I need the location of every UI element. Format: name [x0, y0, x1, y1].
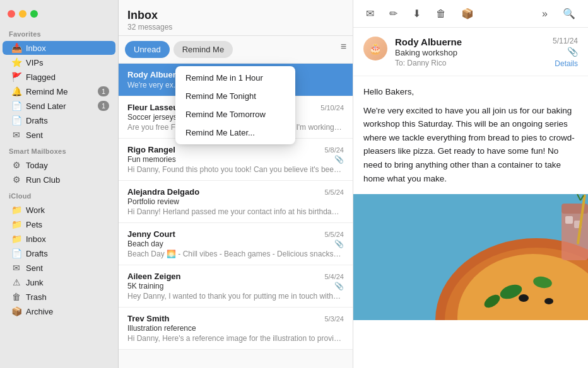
remind-me-filter-button[interactable]: Remind Me	[173, 41, 233, 58]
sidebar-item-archive-label: Archive	[26, 307, 53, 316]
attachment-icon: 📎	[334, 155, 344, 164]
search-toolbar-icon[interactable]: 🔍	[560, 6, 578, 21]
attachment-indicator: 📎	[553, 47, 578, 57]
sidebar-item-icloud-sent-label: Sent	[26, 263, 43, 273]
sidebar-item-work-label: Work	[26, 205, 45, 215]
message-item-trev[interactable]: Trev Smith 5/3/24 Illustration reference…	[119, 308, 353, 350]
minimize-button[interactable]	[19, 10, 26, 18]
message-subject: Fun memories 📎	[127, 155, 344, 164]
pets-icon: 📁	[11, 219, 21, 229]
favorites-label: Favorites	[0, 25, 118, 40]
message-sender: Rigo Rangel	[127, 145, 175, 154]
body-text: We're very excited to have you all join …	[363, 104, 578, 186]
traffic-lights	[0, 5, 118, 25]
avatar-emoji: 🎂	[369, 43, 382, 55]
sidebar-item-pets-label: Pets	[26, 220, 42, 229]
message-date: 5/5/24	[324, 231, 344, 238]
sidebar-item-send-later-label: Send Later	[26, 101, 66, 111]
flagged-icon: 🚩	[11, 72, 21, 82]
sidebar-item-send-later[interactable]: 📄 Send Later 1	[3, 99, 115, 113]
message-preview: Beach Day 🌅 - Chill vibes - Beach games …	[127, 250, 342, 258]
message-item-aileen[interactable]: Aileen Zeigen 5/4/24 5K training 📎 Hey D…	[119, 265, 353, 308]
sidebar-item-icloud-inbox[interactable]: 📁 Inbox	[3, 232, 115, 246]
attachment-icon: 📎	[334, 239, 344, 248]
sidebar-item-drafts[interactable]: 📄 Drafts	[3, 113, 115, 127]
archive-icon: 📦	[11, 306, 21, 316]
sidebar-item-work[interactable]: 📁 Work	[3, 203, 115, 217]
svg-rect-11	[565, 216, 573, 224]
detail-email-meta: Rody Albuerne Baking workshop To: Danny …	[395, 37, 545, 67]
sidebar-item-flagged[interactable]: 🚩 Flagged	[3, 70, 115, 84]
icloud-inbox-icon: 📁	[11, 234, 21, 244]
remind-me-badge: 1	[98, 86, 109, 96]
work-icon: 📁	[11, 205, 21, 215]
remind-me-icon: 🔔	[11, 86, 21, 96]
sidebar-item-inbox[interactable]: 📥 Inbox	[3, 41, 115, 55]
sidebar-item-run-club-label: Run Club	[26, 175, 60, 185]
message-subject: 5K training 📎	[127, 282, 344, 290]
sidebar-item-pets[interactable]: 📁 Pets	[3, 217, 115, 231]
drafts-icon: 📄	[11, 115, 21, 125]
sidebar-item-junk-label: Junk	[26, 278, 43, 287]
message-preview: Hi Danny, Here's a reference image for t…	[127, 334, 342, 343]
detail-body: Hello Bakers, We're very excited to have…	[353, 76, 588, 194]
compose-icon[interactable]: ✏	[387, 6, 400, 21]
message-sender: Fleur Lasseur	[127, 103, 181, 112]
remind-tomorrow-option[interactable]: Remind Me Tomorrow	[175, 105, 295, 124]
message-subject: Portfolio review	[127, 197, 344, 206]
today-icon: ⚙	[11, 160, 21, 170]
fullscreen-button[interactable]	[30, 10, 38, 18]
message-preview: Hi Danny! Herland passed me your contact…	[127, 207, 342, 216]
detail-toolbar: ✉ ✏ ⬇ 🗑 📦 » 🔍	[353, 0, 588, 28]
message-list-header: Inbox 32 messages	[119, 0, 353, 36]
reply-icon[interactable]: ✉	[363, 6, 377, 21]
message-sender: Aileen Zeigen	[127, 272, 181, 281]
sidebar-item-vips-label: VIPs	[26, 58, 43, 67]
sidebar-item-remind-me[interactable]: 🔔 Remind Me 1	[3, 84, 115, 98]
message-date: 5/4/24	[324, 273, 344, 280]
attachment-icon: 📎	[334, 282, 344, 290]
sidebar-item-icloud-sent[interactable]: ✉ Sent	[3, 261, 115, 275]
baking-image-svg	[353, 194, 588, 320]
sidebar-item-archive[interactable]: 📦 Archive	[3, 304, 115, 318]
remind-tonight-option[interactable]: Remind Me Tonight	[175, 87, 295, 105]
sidebar-item-icloud-drafts-label: Drafts	[26, 249, 48, 258]
svg-point-7	[519, 294, 529, 302]
message-item-jenny[interactable]: Jenny Court 5/5/24 Beach day 📎 Beach Day…	[119, 223, 353, 265]
message-date: 5/8/24	[324, 146, 344, 154]
message-item-alejandra[interactable]: Alejandra Delgado 5/5/24 Portfolio revie…	[119, 181, 353, 223]
message-list-toolbar: Unread Remind Me ≡ Remind Me in 1 Hour R…	[119, 36, 353, 64]
unread-filter-button[interactable]: Unread	[125, 41, 170, 58]
sidebar-item-trash[interactable]: 🗑 Trash	[3, 290, 115, 304]
sidebar-item-vips[interactable]: ⭐ VIPs	[3, 55, 115, 69]
remind-later-option[interactable]: Remind Me Later...	[175, 124, 295, 142]
detail-date: 5/11/24	[553, 37, 578, 45]
message-item-rigo[interactable]: Rigo Rangel 5/8/24 Fun memories 📎 Hi Dan…	[119, 139, 353, 181]
sidebar-item-sent-label: Sent	[26, 130, 43, 140]
sidebar-item-drafts-label: Drafts	[26, 116, 48, 125]
close-button[interactable]	[8, 10, 15, 18]
remind-1hour-option[interactable]: Remind Me in 1 Hour	[175, 69, 295, 87]
sidebar-item-today[interactable]: ⚙ Today	[3, 158, 115, 172]
trash-toolbar-icon[interactable]: 🗑	[433, 7, 449, 21]
detail-subject: Baking workshop	[395, 48, 545, 57]
message-subject: Beach day 📎	[127, 239, 344, 248]
detail-email-header: 🎂 Rody Albuerne Baking workshop To: Dann…	[353, 28, 588, 76]
sidebar-item-junk[interactable]: ⚠ Junk	[3, 275, 115, 289]
sidebar-item-icloud-drafts[interactable]: 📄 Drafts	[3, 246, 115, 260]
message-subject: Illustration reference	[127, 324, 344, 333]
more-actions-icon[interactable]: »	[539, 7, 550, 21]
filter-options-icon[interactable]: ≡	[341, 41, 346, 58]
icloud-label: iCloud	[0, 187, 118, 202]
message-date: 5/3/24	[324, 315, 344, 323]
sidebar-item-sent[interactable]: ✉ Sent	[3, 128, 115, 142]
details-link[interactable]: Details	[553, 59, 578, 68]
sidebar-item-remind-me-label: Remind Me	[26, 87, 68, 96]
move-icon[interactable]: 📦	[459, 6, 476, 21]
message-list-panel: Inbox 32 messages Unread Remind Me ≡ Rem…	[119, 0, 353, 368]
sender-avatar: 🎂	[363, 37, 387, 60]
archive-toolbar-icon[interactable]: ⬇	[410, 6, 423, 21]
body-greeting: Hello Bakers,	[363, 85, 578, 99]
sidebar-item-run-club[interactable]: ⚙ Run Club	[3, 173, 115, 187]
message-sender: Alejandra Delgado	[127, 187, 199, 197]
